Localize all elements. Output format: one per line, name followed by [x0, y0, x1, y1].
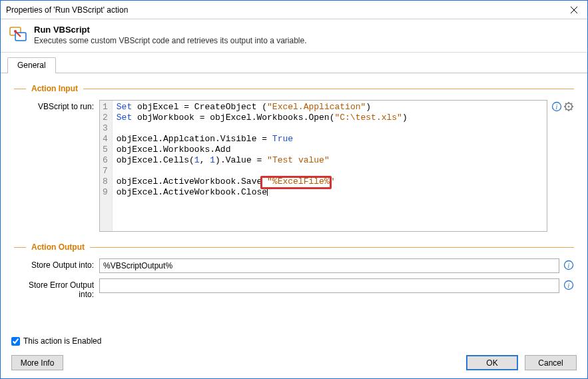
group-input-title: Action Input: [26, 84, 83, 93]
code-line-5: objExcel.Workbooks.Add: [117, 145, 408, 155]
code-line-6: objExcel.Cells(1, 1).Value = "Test value…: [117, 155, 408, 166]
code-line-2: Set objWorkbook = objExcel.Workbooks.Ope…: [117, 113, 408, 123]
group-output-title: Action Output: [26, 242, 90, 252]
store-error-input[interactable]: [99, 278, 559, 293]
info-icon[interactable]: i: [563, 260, 574, 270]
header-title: Run VBScript: [34, 25, 307, 35]
svg-text:i: i: [556, 103, 558, 111]
header: Run VBScript Executes some custom VBScri…: [1, 19, 587, 53]
label-store-output: Store Output into:: [14, 258, 99, 270]
svg-line-15: [565, 109, 567, 111]
content-area: Action Input VBScript to run: 1 2 3 4 5 …: [1, 73, 587, 332]
info-icon[interactable]: i: [551, 101, 562, 112]
dialog-window: Properties of 'Run VBScript' action Run …: [0, 0, 588, 379]
group-action-input: Action Input VBScript to run: 1 2 3 4 5 …: [14, 84, 574, 232]
row-vbscript: VBScript to run: 1 2 3 4 5 6 7 8 9 Set: [14, 100, 574, 232]
header-subtitle: Executes some custom VBScript code and r…: [34, 36, 307, 45]
svg-text:i: i: [568, 262, 570, 269]
group-action-output: Action Output Store Output into: i Store…: [14, 242, 574, 299]
row-store-error: Store Error Output into: i: [14, 278, 574, 299]
label-vbscript-to-run: VBScript to run:: [14, 100, 99, 111]
store-output-input[interactable]: [99, 258, 559, 273]
close-button[interactable]: [561, 1, 587, 19]
button-bar: More Info OK Cancel: [1, 350, 587, 378]
code-line-9: objExcel.ActiveWorkbook.Close: [117, 187, 408, 198]
ok-button[interactable]: OK: [466, 355, 518, 370]
enabled-checkbox-wrap[interactable]: This action is Enabled: [11, 336, 101, 346]
svg-point-8: [568, 106, 570, 108]
svg-line-13: [565, 103, 567, 105]
code-line-3: [117, 123, 408, 134]
row-store-output: Store Output into: i: [14, 258, 574, 273]
action-icon: [9, 25, 27, 43]
info-icon[interactable]: i: [563, 280, 574, 290]
tab-general[interactable]: General: [7, 57, 56, 73]
close-icon: [571, 7, 577, 13]
svg-text:i: i: [568, 282, 570, 289]
text-caret: [267, 187, 268, 196]
label-store-error: Store Error Output into:: [14, 278, 99, 299]
tabstrip: General: [1, 53, 587, 73]
svg-line-16: [571, 103, 573, 105]
enabled-checkbox[interactable]: [11, 337, 20, 346]
enabled-label: This action is Enabled: [23, 336, 101, 346]
footer-checkbox-row: This action is Enabled: [1, 332, 587, 350]
code-line-4: objExcel.Applcation.Visible = True: [117, 134, 408, 145]
code-line-7: [117, 166, 408, 177]
window-title: Properties of 'Run VBScript' action: [6, 5, 128, 15]
titlebar: Properties of 'Run VBScript' action: [1, 1, 587, 19]
gear-icon[interactable]: [563, 101, 574, 112]
cancel-button[interactable]: Cancel: [525, 355, 577, 370]
line-gutter: 1 2 3 4 5 6 7 8 9: [100, 101, 113, 231]
svg-line-14: [571, 109, 573, 111]
more-info-button[interactable]: More Info: [11, 355, 63, 370]
code-line-1: Set objExcel = CreateObject ("Excel.Appl…: [117, 102, 408, 113]
code-editor[interactable]: 1 2 3 4 5 6 7 8 9 Set objExcel = CreateO…: [99, 100, 547, 232]
header-text: Run VBScript Executes some custom VBScri…: [34, 25, 307, 45]
code-line-8: objExcel.ActiveWorkbook.Save "%ExcelFile…: [117, 177, 408, 187]
code-lines: Set objExcel = CreateObject ("Excel.Appl…: [113, 101, 412, 231]
